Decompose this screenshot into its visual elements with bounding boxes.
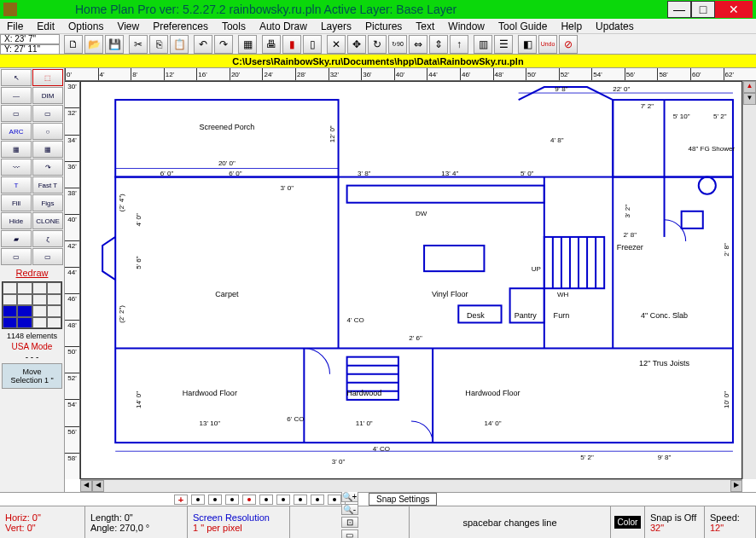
undo-special-icon[interactable]: Undo bbox=[538, 35, 557, 54]
swatch-7[interactable] bbox=[47, 294, 61, 306]
swatch-1[interactable] bbox=[17, 282, 32, 294]
tool-6-0[interactable]: T bbox=[1, 176, 32, 194]
eraser-icon[interactable]: ◧ bbox=[518, 35, 537, 54]
snap-dot[interactable] bbox=[311, 495, 324, 505]
swatch-10[interactable] bbox=[32, 305, 47, 317]
new-icon[interactable]: 🗋 bbox=[64, 35, 83, 54]
cut-icon[interactable]: ✂ bbox=[129, 35, 148, 54]
swatch-15[interactable] bbox=[47, 317, 61, 329]
tool-3-1[interactable]: ○ bbox=[32, 123, 63, 140]
rotate90-icon[interactable]: ↻90 bbox=[388, 35, 407, 54]
zoom-fit-icon[interactable]: ⊡ bbox=[341, 517, 358, 528]
snap-dot[interactable] bbox=[208, 495, 222, 505]
tool-7-0[interactable]: Fill bbox=[1, 194, 32, 211]
swatch-12[interactable] bbox=[3, 317, 17, 329]
menu-view[interactable]: View bbox=[113, 20, 142, 32]
menu-file[interactable]: File bbox=[3, 20, 26, 32]
tool-1-0[interactable]: — bbox=[1, 87, 32, 104]
swatch-0[interactable] bbox=[3, 282, 17, 294]
snap-dot[interactable] bbox=[225, 495, 239, 505]
scroll-left-icon[interactable]: ◀ bbox=[80, 480, 92, 492]
tool-9-1[interactable]: ζ bbox=[32, 230, 63, 247]
menu-pictures[interactable]: Pictures bbox=[362, 20, 405, 32]
tool-1-1[interactable]: DIM bbox=[32, 87, 63, 104]
tool-3-0[interactable]: ARC bbox=[1, 123, 32, 140]
tool-5-0[interactable]: 〰 bbox=[1, 159, 32, 176]
color-button[interactable]: Color bbox=[614, 516, 642, 529]
menu-window[interactable]: Window bbox=[445, 20, 488, 32]
maximize-button[interactable]: □ bbox=[691, 1, 715, 18]
zoom-in-icon[interactable]: 🔍+ bbox=[341, 491, 358, 502]
menu-tool-guide[interactable]: Tool Guide bbox=[495, 20, 550, 32]
swatch-3[interactable] bbox=[47, 282, 61, 294]
door-icon[interactable]: ▯ bbox=[303, 35, 322, 54]
list-icon[interactable]: ☰ bbox=[494, 35, 513, 54]
paste-icon[interactable]: 📋 bbox=[170, 35, 189, 54]
menu-preferences[interactable]: Preferences bbox=[149, 20, 212, 32]
copy-icon[interactable]: ⎘ bbox=[149, 35, 168, 54]
scroll-right-icon[interactable]: ▶ bbox=[730, 480, 742, 492]
tool-5-1[interactable]: ↷ bbox=[32, 159, 63, 176]
rotate-icon[interactable]: ↻ bbox=[368, 35, 387, 54]
tool-4-1[interactable]: ▦ bbox=[32, 141, 63, 158]
scroll-down-icon[interactable]: ▼ bbox=[743, 93, 756, 105]
snap-settings-button[interactable]: Snap Settings bbox=[369, 493, 437, 506]
tool-10-1[interactable]: ▭ bbox=[32, 248, 63, 265]
menu-edit[interactable]: Edit bbox=[33, 20, 58, 32]
swatch-2[interactable] bbox=[32, 282, 47, 294]
swatch-8[interactable] bbox=[3, 305, 17, 317]
tool-9-0[interactable]: ▰ bbox=[1, 230, 32, 247]
snap-dot[interactable] bbox=[294, 495, 307, 505]
tool-7-1[interactable]: Figs bbox=[32, 194, 63, 211]
menu-help[interactable]: Help bbox=[557, 20, 585, 32]
zoom-out-icon[interactable]: 🔍- bbox=[341, 504, 358, 515]
menu-tools[interactable]: Tools bbox=[218, 20, 249, 32]
flip-h-icon[interactable]: ⇔ bbox=[409, 35, 427, 54]
menu-layers[interactable]: Layers bbox=[317, 20, 355, 32]
tool-icon[interactable]: ▦ bbox=[238, 35, 257, 54]
open-icon[interactable]: 📂 bbox=[84, 35, 103, 54]
menu-auto-draw[interactable]: Auto Draw bbox=[256, 20, 311, 32]
tool-8-0[interactable]: Hide bbox=[1, 212, 32, 229]
print-icon[interactable]: 🖶 bbox=[262, 35, 281, 54]
swatch-9[interactable] bbox=[17, 305, 32, 317]
tool-2-1[interactable]: ▭ bbox=[32, 105, 63, 122]
swatch-6[interactable] bbox=[32, 294, 47, 306]
scroll-left2-icon[interactable]: ◀ bbox=[92, 480, 104, 492]
pan-icon[interactable]: ✥ bbox=[347, 35, 366, 54]
menu-updates[interactable]: Updates bbox=[592, 20, 637, 32]
move-selection-button[interactable]: Move Selection 1 " bbox=[2, 363, 62, 389]
zoom-window-icon[interactable]: ▭ bbox=[341, 529, 358, 538]
redraw-button[interactable]: Redraw bbox=[0, 266, 64, 280]
palette-icon[interactable]: ▥ bbox=[474, 35, 492, 54]
snap-dot[interactable] bbox=[259, 495, 273, 505]
tool-6-1[interactable]: Fast T bbox=[32, 176, 63, 194]
menu-text[interactable]: Text bbox=[412, 20, 438, 32]
snap-dot[interactable] bbox=[276, 495, 290, 505]
scroll-up-icon[interactable]: ▲ bbox=[743, 81, 756, 93]
undo-icon[interactable]: ↶ bbox=[194, 35, 212, 54]
scrollbar-horizontal[interactable]: ◀ ◀ ▶ bbox=[80, 479, 742, 492]
swatch-14[interactable] bbox=[32, 317, 47, 329]
drawing-canvas[interactable]: Screened Porch Carpet Vinyl Floor Desk P… bbox=[80, 81, 742, 478]
tool-0-0[interactable]: ↖ bbox=[1, 69, 32, 86]
minimize-button[interactable]: — bbox=[667, 1, 691, 18]
swatch-11[interactable] bbox=[47, 305, 61, 317]
snap-plus-icon[interactable]: + bbox=[174, 495, 188, 505]
tool-2-0[interactable]: ▭ bbox=[1, 105, 32, 122]
scrollbar-vertical[interactable]: ▲ ▼ bbox=[742, 81, 756, 478]
no-entry-icon[interactable]: ⊘ bbox=[559, 35, 578, 54]
tool-0-1[interactable]: ⬚ bbox=[32, 69, 63, 86]
snap-dot[interactable] bbox=[328, 495, 341, 505]
zoom-out-icon[interactable]: ✕ bbox=[327, 35, 346, 54]
flip-v-icon[interactable]: ⇕ bbox=[429, 35, 448, 54]
save-icon[interactable]: 💾 bbox=[105, 35, 124, 54]
redo-icon[interactable]: ↷ bbox=[214, 35, 233, 54]
close-button[interactable]: ✕ bbox=[715, 1, 753, 18]
snap-dot[interactable] bbox=[242, 495, 256, 505]
move-up-icon[interactable]: ↑ bbox=[450, 35, 468, 54]
tool-4-0[interactable]: ▦ bbox=[1, 141, 32, 158]
swatch-4[interactable] bbox=[3, 294, 17, 306]
swatch-13[interactable] bbox=[17, 317, 32, 329]
tool-8-1[interactable]: CLONE bbox=[32, 212, 63, 229]
